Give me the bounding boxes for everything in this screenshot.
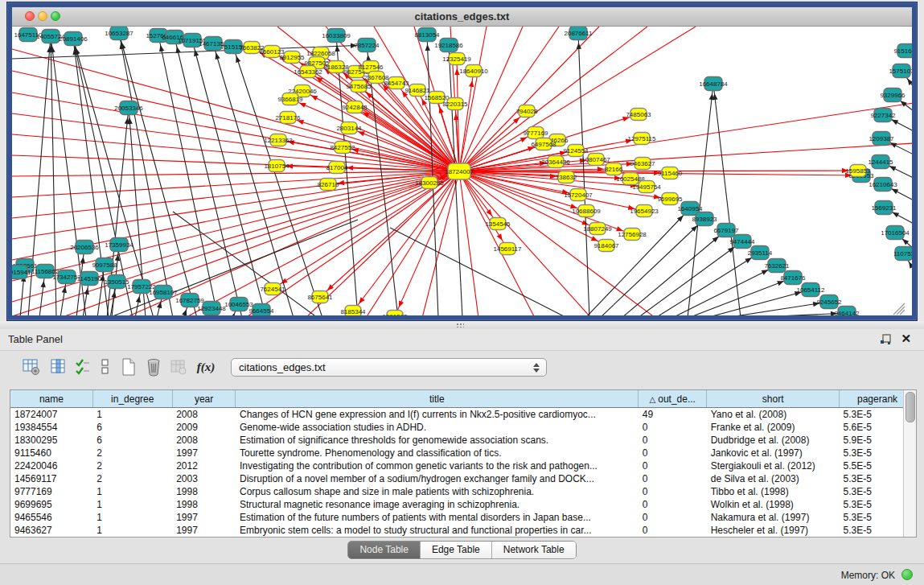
table-vertical-scrollbar[interactable] <box>903 390 916 537</box>
graph-node[interactable]: 10654112 <box>797 283 826 297</box>
table-cell[interactable]: 2008 <box>172 408 236 422</box>
graph-node[interactable]: 8471676 <box>780 271 806 285</box>
graph-node[interactable]: 794028 <box>516 105 538 117</box>
table-mode-button[interactable] <box>21 356 42 377</box>
graph-node[interactable]: 9464142 <box>834 307 860 316</box>
table-cell[interactable]: 18300295 <box>10 434 92 447</box>
float-panel-icon[interactable] <box>879 333 892 346</box>
table-cell[interactable]: Corpus callosum shape and size in male p… <box>236 485 639 498</box>
function-builder-button[interactable]: f(x) <box>195 356 216 377</box>
table-row[interactable]: 946362711997Embryonic stem cells: a mode… <box>10 524 916 537</box>
table-cell[interactable]: 0 <box>639 511 707 524</box>
table-cell[interactable]: 9699695 <box>10 498 92 511</box>
table-cell[interactable]: 1 <box>92 498 172 511</box>
table-cell[interactable]: Tourette syndrome. Phenomenology and cla… <box>236 447 639 459</box>
table-row[interactable]: 2242004622012Investigating the contribut… <box>10 459 916 472</box>
graph-node[interactable]: 9245652 <box>816 295 842 309</box>
graph-node[interactable]: 1145190 <box>77 272 102 286</box>
graph-node[interactable]: 12325419 <box>442 53 471 65</box>
table-row[interactable]: 977716911998Corpus callosum shape and si… <box>10 485 916 498</box>
graph-node[interactable]: 12756928 <box>618 229 647 241</box>
table-cell[interactable]: 9777169 <box>10 485 92 498</box>
graph-node[interactable]: 17016504 <box>881 226 910 240</box>
table-cell[interactable]: 2008 <box>172 434 236 447</box>
table-cell[interactable]: 19384554 <box>10 421 92 434</box>
table-cell[interactable]: de Silva et al. (2003) <box>707 472 840 485</box>
table-cell[interactable]: 1997 <box>172 524 236 537</box>
table-cell[interactable]: 9465546 <box>10 511 92 524</box>
graph-node[interactable]: 20206536 <box>70 241 99 254</box>
table-cell[interactable]: Investigating the contribution of common… <box>236 459 639 472</box>
table-cell[interactable]: 1998 <box>172 485 236 498</box>
graph-node[interactable]: 9474444 <box>729 235 755 249</box>
table-cell[interactable]: 6 <box>92 434 172 447</box>
table-cell[interactable]: 0 <box>639 524 707 537</box>
network-canvas[interactable]: 1647511014055724208914061065328715276026… <box>12 27 912 315</box>
table-row[interactable]: 1938455462009Genome-wide association stu… <box>10 421 916 434</box>
table-cell[interactable]: 2 <box>92 459 172 472</box>
divider-grippy-handle[interactable] <box>456 323 464 328</box>
graph-node[interactable]: 9151661 <box>893 44 912 58</box>
column-header-out-de-[interactable]: △out_de... <box>639 390 707 408</box>
table-cell[interactable]: 1 <box>92 511 172 524</box>
table-cell[interactable]: Dudbridge et al. (2008) <box>707 434 840 447</box>
table-cell[interactable]: Estimation of the future numbers of pati… <box>236 511 639 524</box>
graph-node[interactable]: 9115460 <box>658 167 683 179</box>
row-height-button[interactable] <box>95 356 116 377</box>
table-cell[interactable]: 14569117 <box>10 472 92 485</box>
table-cell[interactable]: 0 <box>639 472 707 485</box>
table-chooser-dropdown[interactable]: citations_edges.txt <box>231 358 547 377</box>
table-cell[interactable]: Disruption of a novel member of a sodium… <box>236 472 639 485</box>
table-cell[interactable]: 1 <box>92 485 172 498</box>
graph-node[interactable]: 9329966 <box>880 89 906 102</box>
graph-node[interactable]: 9124554 <box>563 145 589 157</box>
column-header-name[interactable]: name <box>10 390 92 408</box>
tab-network-table[interactable]: Network Table <box>491 542 576 558</box>
table-cell[interactable]: 1997 <box>172 511 236 524</box>
graph-node[interactable]: 16648784 <box>699 77 728 91</box>
create-column-button[interactable] <box>118 356 139 377</box>
selection-mode-button[interactable] <box>72 356 93 377</box>
window-close-button[interactable] <box>25 11 35 21</box>
table-cell[interactable]: 0 <box>639 498 707 511</box>
scrollbar-thumb[interactable] <box>906 392 915 422</box>
table-cell[interactable]: 1 <box>92 524 172 537</box>
graph-node[interactable]: 10688609 <box>572 205 601 217</box>
show-columns-button[interactable] <box>48 356 69 377</box>
graph-node[interactable]: 8938923 <box>692 212 717 226</box>
graph-node[interactable]: 1575107 <box>889 64 912 78</box>
graph-node[interactable]: 18640910 <box>459 65 488 77</box>
table-cell[interactable]: 9115460 <box>10 447 92 459</box>
graph-node[interactable]: 826710 <box>318 179 339 191</box>
table-cell[interactable]: 1997 <box>172 447 236 459</box>
table-cell[interactable]: Genome-wide association studies in ADHD. <box>236 421 639 434</box>
table-cell[interactable]: Changes of HCN gene expression and I(f) … <box>236 408 639 422</box>
table-cell[interactable]: 49 <box>639 408 707 422</box>
graph-node[interactable]: 20053346 <box>114 101 143 115</box>
graph-node[interactable]: 8675641 <box>307 291 333 303</box>
graph-node[interactable]: 7857224 <box>354 39 380 52</box>
table-cell[interactable]: 2 <box>92 472 172 485</box>
table-cell[interactable]: 9463627 <box>10 524 92 537</box>
graph-node[interactable]: 817004 <box>326 162 348 174</box>
table-row[interactable]: 946554611997Estimation of the future num… <box>10 511 916 524</box>
table-cell[interactable]: Jankovic et al. (1997) <box>707 447 840 459</box>
graph-node[interactable]: 7632621 <box>764 259 790 273</box>
table-row[interactable]: 1872400712008Changes of HCN gene express… <box>10 408 916 422</box>
table-cell[interactable]: Nakamura et al. (1997) <box>707 511 840 524</box>
table-cell[interactable]: Hescheler et al. (1997) <box>707 524 840 537</box>
table-row[interactable]: 911546021997Tourette syndrome. Phenomeno… <box>10 447 916 459</box>
table-cell[interactable]: 6 <box>92 421 172 434</box>
table-cell[interactable]: 18724007 <box>10 408 92 422</box>
graph-node[interactable]: 14569117 <box>494 243 523 255</box>
table-cell[interactable]: 0 <box>639 447 707 459</box>
column-header-year[interactable]: year <box>172 390 236 408</box>
graph-node[interactable]: 17359934 <box>105 238 133 252</box>
table-cell[interactable]: Structural magnetic resonance image aver… <box>236 498 639 511</box>
network-window-titlebar[interactable]: citations_edges.txt <box>12 7 912 27</box>
table-cell[interactable]: 1998 <box>172 498 236 511</box>
close-panel-icon[interactable]: ✕ <box>901 332 911 346</box>
graph-node[interactable]: 1091563 <box>382 311 408 316</box>
table-cell[interactable]: 22420046 <box>10 459 92 472</box>
panel-split-divider[interactable] <box>0 321 924 329</box>
